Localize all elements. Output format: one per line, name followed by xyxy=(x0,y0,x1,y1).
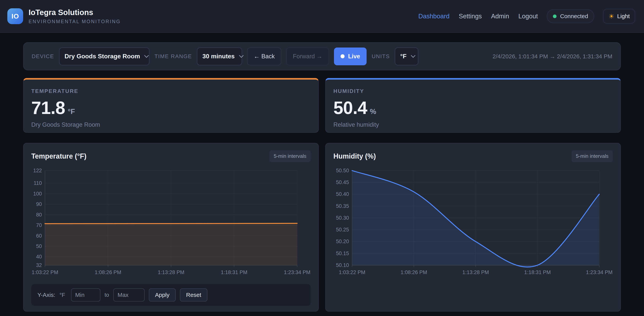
svg-text:50: 50 xyxy=(36,243,42,249)
svg-text:50.30: 50.30 xyxy=(336,215,349,221)
temperature-chart: 122110100908070605040321:03:22 PM1:08:26… xyxy=(31,167,310,275)
svg-text:50.50: 50.50 xyxy=(336,168,349,173)
svg-text:80: 80 xyxy=(36,212,42,218)
live-dot-icon xyxy=(340,54,344,58)
svg-text:110: 110 xyxy=(34,180,42,186)
temperature-stat-value-row: 71.8 °F xyxy=(31,99,310,117)
time-range-select-value: 30 minutes xyxy=(202,53,234,60)
time-range-label: TIME RANGE xyxy=(154,53,192,60)
connection-status-text: Connected xyxy=(560,13,588,20)
temperature-chart-card: Temperature (°F) 5-min intervals 1221101… xyxy=(23,143,319,311)
svg-text:1:13:28 PM: 1:13:28 PM xyxy=(158,269,184,275)
svg-text:1:18:31 PM: 1:18:31 PM xyxy=(221,269,248,275)
svg-text:50.40: 50.40 xyxy=(336,191,349,197)
time-range-select[interactable]: 30 minutes xyxy=(197,48,242,65)
humidity-stat-unit: % xyxy=(370,108,376,116)
yaxis-min-input[interactable] xyxy=(71,288,100,301)
device-select[interactable]: Dry Goods Storage Room xyxy=(59,48,150,65)
temperature-stat-unit: °F xyxy=(68,108,75,116)
interval-badge: 5-min intervals xyxy=(270,150,310,162)
humidity-chart-header: Humidity (%) 5-min intervals xyxy=(334,150,613,162)
dashboard-main: DEVICE Dry Goods Storage Room TIME RANGE… xyxy=(0,42,644,311)
temperature-stat-label: TEMPERATURE xyxy=(31,88,310,94)
units-select[interactable]: °F xyxy=(395,48,418,65)
temperature-stat-card: TEMPERATURE 71.8 °F Dry Goods Storage Ro… xyxy=(23,78,319,133)
humidity-stat-value-row: 50.4 % xyxy=(334,99,613,117)
svg-text:100: 100 xyxy=(33,191,42,197)
yaxis-unit-label: °F xyxy=(60,292,65,298)
yaxis-to-label: to xyxy=(105,292,109,298)
brand: IO IoTegra Solutions ENVIRONMENTAL MONIT… xyxy=(7,8,121,24)
forward-button[interactable]: Forward → xyxy=(286,48,329,65)
svg-text:1:03:22 PM: 1:03:22 PM xyxy=(32,269,58,275)
stats-row: TEMPERATURE 71.8 °F Dry Goods Storage Ro… xyxy=(23,78,621,133)
yaxis-max-input[interactable] xyxy=(113,288,144,301)
app-header: IO IoTegra Solutions ENVIRONMENTAL MONIT… xyxy=(0,0,644,33)
svg-text:90: 90 xyxy=(36,201,42,207)
status-dot-icon xyxy=(553,15,556,18)
svg-text:1:23:34 PM: 1:23:34 PM xyxy=(284,269,310,275)
chevron-down-icon xyxy=(239,55,244,58)
svg-text:50.35: 50.35 xyxy=(336,203,349,209)
humidity-chart-title: Humidity (%) xyxy=(334,152,376,160)
main-nav: Dashboard Settings Admin Logout xyxy=(418,13,538,20)
svg-text:1:18:31 PM: 1:18:31 PM xyxy=(524,269,551,275)
nav-logout[interactable]: Logout xyxy=(518,13,538,20)
humidity-chart: 50.5050.4550.4050.3550.3050.2550.2050.15… xyxy=(334,167,613,275)
yaxis-apply-button[interactable]: Apply xyxy=(149,288,176,301)
controls-bar: DEVICE Dry Goods Storage Room TIME RANGE… xyxy=(23,42,621,70)
svg-text:1:08:26 PM: 1:08:26 PM xyxy=(95,269,122,275)
humidity-stat-value: 50.4 xyxy=(334,99,367,117)
units-select-value: °F xyxy=(400,53,406,60)
svg-text:1:03:22 PM: 1:03:22 PM xyxy=(339,269,366,275)
time-window-text: 2/4/2026, 1:01:34 PM → 2/4/2026, 1:31:34… xyxy=(493,53,612,60)
svg-text:32: 32 xyxy=(36,262,42,268)
chevron-down-icon xyxy=(144,55,149,58)
svg-text:70: 70 xyxy=(36,222,42,228)
nav-dashboard[interactable]: Dashboard xyxy=(418,13,450,20)
svg-text:50.15: 50.15 xyxy=(336,250,349,256)
interval-badge: 5-min intervals xyxy=(572,150,613,162)
svg-text:122: 122 xyxy=(33,168,42,173)
units-label: UNITS xyxy=(372,53,390,60)
theme-toggle-button[interactable]: ☀ Light xyxy=(603,9,635,24)
humidity-stat-caption: Relative humidity xyxy=(334,121,613,128)
svg-text:1:23:34 PM: 1:23:34 PM xyxy=(586,269,612,275)
connection-status-badge: Connected xyxy=(547,9,594,23)
svg-text:1:13:28 PM: 1:13:28 PM xyxy=(462,269,489,275)
humidity-stat-label: HUMIDITY xyxy=(334,88,613,94)
charts-row: Temperature (°F) 5-min intervals 1221101… xyxy=(23,143,621,311)
svg-text:40: 40 xyxy=(36,254,42,260)
live-button[interactable]: Live xyxy=(334,48,366,65)
temperature-chart-header: Temperature (°F) 5-min intervals xyxy=(31,150,310,162)
back-button[interactable]: ← Back xyxy=(247,48,281,65)
yaxis-label: Y-Axis: xyxy=(38,292,55,298)
theme-toggle-label: Light xyxy=(617,13,630,20)
humidity-stat-card: HUMIDITY 50.4 % Relative humidity xyxy=(325,78,621,133)
nav-admin[interactable]: Admin xyxy=(491,13,509,20)
nav-settings[interactable]: Settings xyxy=(459,13,482,20)
device-select-value: Dry Goods Storage Room xyxy=(64,53,140,60)
brand-text: IoTegra Solutions ENVIRONMENTAL MONITORI… xyxy=(28,8,121,24)
yaxis-controls-panel: Y-Axis: °F to Apply Reset xyxy=(31,284,310,306)
chevron-down-icon xyxy=(411,55,416,58)
svg-text:50.20: 50.20 xyxy=(336,238,349,244)
live-button-label: Live xyxy=(348,53,360,60)
header-right: Dashboard Settings Admin Logout Connecte… xyxy=(418,9,635,24)
humidity-chart-card: Humidity (%) 5-min intervals 50.5050.455… xyxy=(325,143,621,311)
sun-icon: ☀ xyxy=(608,13,614,20)
app-logo-icon: IO xyxy=(7,8,23,24)
page-subtitle: ENVIRONMENTAL MONITORING xyxy=(28,19,121,24)
svg-text:50.45: 50.45 xyxy=(336,179,349,185)
svg-text:60: 60 xyxy=(36,233,42,239)
svg-text:50.25: 50.25 xyxy=(336,227,349,232)
temperature-stat-caption: Dry Goods Storage Room xyxy=(31,121,310,128)
svg-text:1:08:26 PM: 1:08:26 PM xyxy=(400,269,427,275)
yaxis-reset-button[interactable]: Reset xyxy=(180,288,207,301)
page-title: IoTegra Solutions xyxy=(28,8,121,17)
temperature-chart-title: Temperature (°F) xyxy=(31,152,86,160)
device-label: DEVICE xyxy=(32,53,54,60)
svg-text:50.10: 50.10 xyxy=(336,262,349,268)
temperature-stat-value: 71.8 xyxy=(31,99,65,117)
